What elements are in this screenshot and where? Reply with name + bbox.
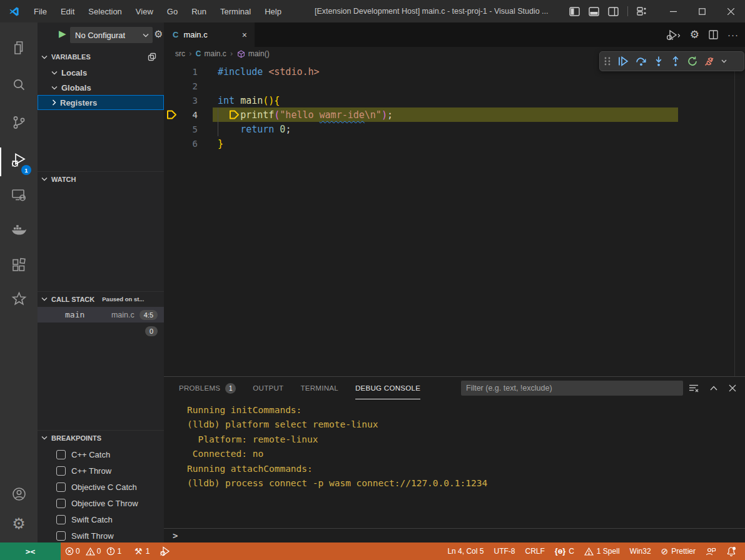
maximize-button[interactable] [687,0,716,22]
variables-scope-locals[interactable]: Locals [38,65,164,80]
breakpoint-gutter[interactable] [164,136,180,151]
disconnect-icon[interactable] [704,56,716,67]
notifications-item[interactable] [721,542,745,560]
breakpoint-checkbox[interactable] [56,450,66,459]
debug-current-line-gutter[interactable] [164,108,180,122]
minimize-button[interactable] [659,0,687,22]
sidebar-item-run-and-debug[interactable]: 1 [0,145,38,175]
variables-scope-globals[interactable]: Globals [38,80,164,95]
sidebar-item-extensions[interactable] [0,250,38,280]
debug-console-output[interactable]: Running initCommands:(lldb) platform sel… [164,399,745,529]
tab-problems[interactable]: PROBLEMS 1 [179,378,236,399]
debug-console-input-row[interactable]: > [164,528,745,542]
breakpoint-checkbox[interactable] [56,482,66,492]
language-mode[interactable]: {ө} C [550,542,579,560]
eol-indicator[interactable]: CRLF [520,542,549,560]
breadcrumb-main-fn[interactable]: main() [248,49,270,58]
watch-section-header[interactable]: WATCH [38,171,164,186]
breakpoint-gutter[interactable] [164,64,180,79]
sidebar-item-source-control[interactable] [0,108,38,138]
variables-scope-registers[interactable]: Registers [38,95,164,110]
customize-layout-icon[interactable] [637,6,647,16]
breakpoint-gutter[interactable] [164,122,180,136]
sidebar-item-docker[interactable] [0,215,38,245]
tools-status[interactable]: ⚒ 1 [129,542,155,560]
breakpoint-row[interactable]: Objective C Throw [38,495,164,511]
sidebar-item-settings[interactable]: ⚙ [0,509,38,539]
more-actions-icon[interactable]: ··· [727,29,739,40]
code-editor[interactable]: 1#include <stdio.h>23int main(){4 printf… [164,61,745,376]
tab-output[interactable]: OUTPUT [253,378,283,399]
menu-run[interactable]: Run [185,4,213,19]
sidebar-item-explorer[interactable] [0,32,38,62]
breakpoint-checkbox[interactable] [56,499,66,508]
sidebar-item-accounts[interactable] [0,479,38,509]
platform-indicator[interactable]: Win32 [625,542,656,560]
call-stack-section-header[interactable]: CALL STACK Paused on st... [38,291,164,306]
continue-icon[interactable] [617,56,629,67]
code-line-4[interactable]: 4 printf("hello wamr-ide\n"); [164,108,745,122]
sidebar-item-star[interactable] [0,284,38,314]
close-button[interactable] [716,0,745,22]
close-panel-icon[interactable] [729,384,736,392]
menu-go[interactable]: Go [160,4,185,19]
stack-frame-row[interactable]: main main.c 4:5 [38,307,164,322]
run-or-debug-icon[interactable] [666,29,681,41]
breakpoint-row[interactable]: Swift Catch [38,511,164,528]
breakpoint-gutter[interactable] [164,79,180,93]
stack-extra-row[interactable]: 0 [38,324,164,339]
code-line-5[interactable]: 5 return 0; [164,122,745,136]
tab-main-c[interactable]: C main.c × [164,22,255,47]
menu-help[interactable]: Help [258,4,288,19]
tab-terminal[interactable]: TERMINAL [300,378,338,399]
menu-file[interactable]: File [27,4,54,19]
spell-checker-status[interactable]: 1 Spell [579,542,625,560]
code-line-6[interactable]: 6} [164,136,745,151]
cursor-position[interactable]: Ln 4, Col 5 [442,542,489,560]
encoding-indicator[interactable]: UTF-8 [489,542,520,560]
step-over-icon[interactable] [635,56,647,67]
sidebar-item-remote-explorer[interactable] [0,180,38,210]
step-out-icon[interactable] [670,56,681,67]
tab-debug-console[interactable]: DEBUG CONSOLE [355,377,420,399]
remote-indicator[interactable]: >< [0,542,61,560]
menu-edit[interactable]: Edit [54,4,81,19]
gear-icon[interactable]: ⚙ [690,29,699,40]
restart-icon[interactable] [687,56,698,67]
menu-selection[interactable]: Selection [81,4,128,19]
toggle-sidebar-icon[interactable] [569,7,580,16]
breakpoint-gutter[interactable] [164,93,180,108]
debug-status[interactable] [155,542,177,560]
open-launch-json-gear-icon[interactable]: ⚙ [154,28,163,40]
breakpoint-checkbox[interactable] [56,515,66,524]
breakpoint-checkbox[interactable] [56,531,66,541]
clear-console-icon[interactable] [689,384,699,392]
step-into-icon[interactable] [653,56,664,67]
sidebar-item-search[interactable] [0,70,38,100]
breakpoint-row[interactable]: Swift Throw [38,528,164,544]
tab-close-icon[interactable]: × [242,30,247,40]
start-debugging-icon[interactable]: ▶ [59,28,66,39]
breakpoint-checkbox[interactable] [56,466,66,476]
menu-terminal[interactable]: Terminal [213,4,258,19]
toolbar-drag-handle[interactable] [604,56,611,66]
breadcrumb-src[interactable]: src [175,49,185,58]
breakpoint-row[interactable]: C++ Throw [38,462,164,479]
chevron-down-icon[interactable] [721,59,727,63]
breakpoints-section-header[interactable]: BREAKPOINTS [38,430,164,445]
maximize-panel-icon[interactable] [710,386,717,391]
breakpoint-row[interactable]: C++ Catch [38,446,164,462]
formatter-status[interactable]: ⊘ Prettier [656,542,701,560]
toggle-panel-icon[interactable] [589,7,599,16]
feedback-item[interactable] [701,542,721,560]
breadcrumb-main-c[interactable]: main.c [204,49,226,58]
problems-status[interactable]: 0 0 1 [61,542,129,560]
code-line-2[interactable]: 2 [164,79,745,93]
menu-view[interactable]: View [129,4,160,19]
split-editor-icon[interactable] [709,30,718,39]
console-filter-input[interactable] [461,381,683,396]
toggle-secondary-sidebar-icon[interactable] [608,7,619,16]
debug-configuration-dropdown[interactable]: No Configurat [70,27,153,43]
code-line-3[interactable]: 3int main(){ [164,93,745,108]
variables-view-actions-icon[interactable] [148,52,156,61]
